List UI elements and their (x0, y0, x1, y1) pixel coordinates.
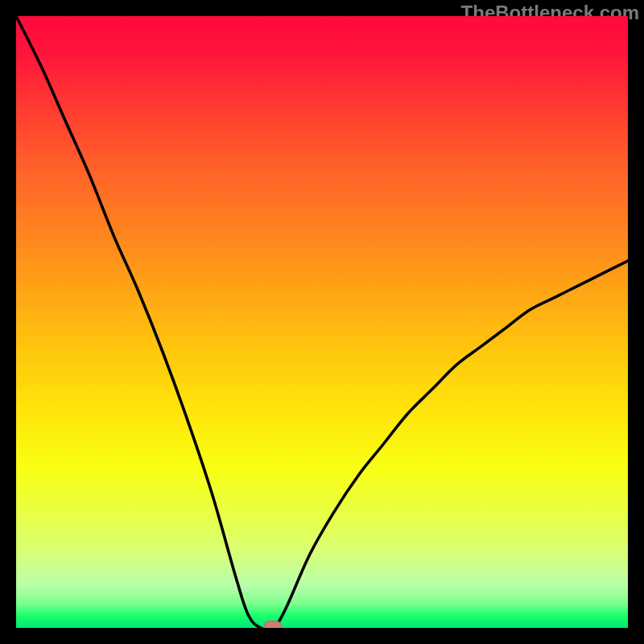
plot-area (16, 16, 628, 628)
curve-path (16, 16, 628, 628)
chart-stage: TheBottleneck.com (0, 0, 644, 644)
bottleneck-curve (16, 16, 628, 628)
optimal-point-marker (264, 621, 282, 628)
